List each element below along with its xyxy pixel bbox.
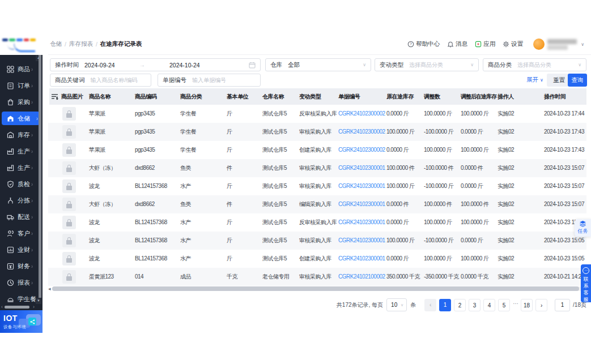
- avatar[interactable]: [533, 38, 545, 50]
- apps-menu[interactable]: 应用: [475, 40, 495, 48]
- product-image-placeholder: [62, 161, 76, 175]
- cell-type: 审核采购入库: [299, 177, 331, 195]
- sidebar-item-production2[interactable]: 生产›: [2, 161, 38, 174]
- sidebar-item-production[interactable]: 生产›: [2, 144, 38, 158]
- sidebar-item-business-finance[interactable]: 业财›: [2, 243, 38, 256]
- document-link[interactable]: CGRK24102300001: [338, 232, 385, 250]
- change-type-filter[interactable]: 变动类型 选择商品分类 ∨: [375, 58, 479, 71]
- breadcrumb-item: 在途库存记录表: [100, 40, 142, 48]
- gear-menu[interactable]: 设置: [503, 40, 523, 48]
- date-range-filter[interactable]: 操作时间 2024-09-24 → 2024-10-24: [50, 58, 261, 71]
- cell-op: 实施02: [498, 159, 514, 177]
- doc-placeholder: 输入单据编号: [192, 76, 226, 84]
- sidebar-scroll-down-icon[interactable]: ▼: [36, 298, 41, 304]
- sidebar-item-purchase[interactable]: 采购›: [2, 95, 38, 109]
- cell-name: 大虾（冻）: [89, 195, 116, 213]
- cell-wh: 测试仓库5: [262, 123, 287, 141]
- search-button[interactable]: 查询: [568, 74, 587, 87]
- cell-cat: 学生餐: [180, 141, 197, 159]
- contact-service-button[interactable]: ⋯ 联系客服: [581, 264, 591, 302]
- page-button-18[interactable]: 18: [521, 299, 533, 311]
- chevron-right-icon: ›: [31, 230, 33, 237]
- page-button-1[interactable]: 1: [439, 299, 451, 311]
- breadcrumb-item[interactable]: 库存报表: [69, 40, 93, 48]
- cell-time: 2024-10-21 14:21: [544, 268, 584, 286]
- page-button-4[interactable]: 4: [483, 299, 495, 311]
- pagination: 共172条记录, 每页 10∨ 条 ‹ 12345…18 › 1 /18页: [48, 298, 586, 311]
- keyword-filter[interactable]: 商品关键词 输入商品名称/编码: [50, 74, 151, 87]
- cell-adj: -350.0000 千克: [424, 268, 459, 286]
- document-link[interactable]: CGRK24102100002: [338, 268, 385, 286]
- sidebar-vertical-scrollbar[interactable]: [39, 55, 41, 304]
- next-page-button[interactable]: ›: [535, 299, 547, 311]
- page-size-select[interactable]: 10∨: [386, 298, 407, 311]
- chevron-right-icon: ›: [31, 181, 33, 187]
- cell-unit: 件: [227, 159, 232, 177]
- pagination-ellipsis[interactable]: …: [513, 299, 518, 311]
- sidebar-item-sorting[interactable]: 分拣›: [2, 194, 38, 207]
- user-menu-chevron-icon[interactable]: ∨: [581, 42, 584, 47]
- cell-adj: 100.0000 斤: [424, 141, 452, 159]
- sidebar-item-grid[interactable]: 商品›: [2, 62, 38, 76]
- cell-orig: 100.0000 件: [386, 159, 415, 177]
- sidebar-item-warehouse[interactable]: 仓储›: [2, 112, 40, 125]
- cell-wh: 老仓储专用: [262, 268, 290, 286]
- column-settings-icon[interactable]: [51, 93, 58, 100]
- sidebar-item-finance[interactable]: 财务›: [2, 259, 38, 273]
- column-header: 变动类型: [299, 88, 321, 105]
- cell-wh: 测试仓库5: [262, 177, 287, 195]
- page-jump-input[interactable]: 1: [555, 299, 570, 311]
- sidebar-hscroll-right-icon[interactable]: ›: [33, 304, 35, 310]
- page-button-5[interactable]: 5: [498, 299, 510, 311]
- expand-link[interactable]: 展开∨: [526, 76, 543, 84]
- task-float-label: 任务: [578, 228, 588, 235]
- sidebar-item-customer[interactable]: 客户›: [2, 226, 38, 240]
- warehouse-filter[interactable]: 仓库 全部 ∨: [265, 58, 371, 71]
- sidebar-item-inventory[interactable]: 库存›: [2, 128, 38, 142]
- page-button-3[interactable]: 3: [469, 299, 481, 311]
- iot-banner[interactable]: IOT 设备与环境: [0, 310, 42, 333]
- svg-text:?: ?: [410, 42, 412, 46]
- sidebar-hscroll-left-icon[interactable]: ‹: [1, 304, 3, 310]
- doc-number-filter[interactable]: 单据编号 输入单据编号: [158, 74, 261, 87]
- cell-cat: 水产: [180, 232, 191, 250]
- cell-type: 编辑采购入库: [299, 195, 331, 213]
- document-link[interactable]: CGRK24102300001: [338, 213, 385, 232]
- document-link[interactable]: CGRK24102300001: [338, 195, 385, 213]
- cell-name: 波龙: [89, 177, 100, 195]
- sidebar-item-report[interactable]: 报表›: [2, 276, 38, 289]
- sidebar: 商品›订单›采购›仓储›库存›生产›生产›质检›分拣›配送›客户›业财›财务›报…: [0, 55, 42, 310]
- document-link[interactable]: CGRK24102300002: [338, 141, 385, 159]
- prev-page-button[interactable]: ‹: [424, 299, 436, 311]
- task-float-button[interactable]: 任务: [575, 219, 591, 237]
- iot-subtitle: 设备与环境: [3, 324, 26, 330]
- cell-wh: 测试仓库5: [262, 159, 287, 177]
- delivery-icon: [7, 213, 14, 221]
- document-link[interactable]: CGRK24102300002: [338, 123, 385, 141]
- cell-type: 反审核采购入库: [299, 105, 337, 123]
- cell-after: 0.0000 斤: [461, 232, 483, 250]
- document-link[interactable]: CGRK24102300001: [338, 250, 385, 268]
- student-meal-icon: [7, 296, 14, 303]
- help-menu[interactable]: ?帮助中心: [407, 40, 440, 48]
- column-header: 操作人: [498, 88, 514, 105]
- date-to-value: 2024-10-24: [169, 62, 200, 68]
- production-icon: [7, 148, 14, 155]
- table-horizontal-scrollbar[interactable]: [52, 286, 579, 291]
- category-filter[interactable]: 商品分类 选择商品分类 ∨: [483, 58, 586, 71]
- sidebar-item-order[interactable]: 订单›: [2, 79, 38, 92]
- cell-type: 创建采购入库: [299, 141, 331, 159]
- document-link[interactable]: CGRK24102300002: [338, 105, 385, 123]
- document-link[interactable]: CGRK24102300001: [338, 177, 385, 195]
- table-hscroll-left-icon[interactable]: ◂: [48, 286, 51, 292]
- sidebar-horizontal-scrollbar[interactable]: [5, 306, 29, 309]
- breadcrumb-item[interactable]: 仓储: [50, 40, 62, 48]
- column-header: 操作时间: [544, 88, 566, 105]
- document-link[interactable]: CGRK24102300001: [338, 159, 385, 177]
- bell-menu[interactable]: 消息: [447, 40, 467, 48]
- column-header: 基本单位: [227, 88, 248, 105]
- cell-op: 实施02: [498, 123, 514, 141]
- sidebar-item-quality[interactable]: 质检›: [2, 177, 38, 191]
- page-button-2[interactable]: 2: [454, 299, 466, 311]
- sidebar-item-delivery[interactable]: 配送›: [2, 210, 38, 224]
